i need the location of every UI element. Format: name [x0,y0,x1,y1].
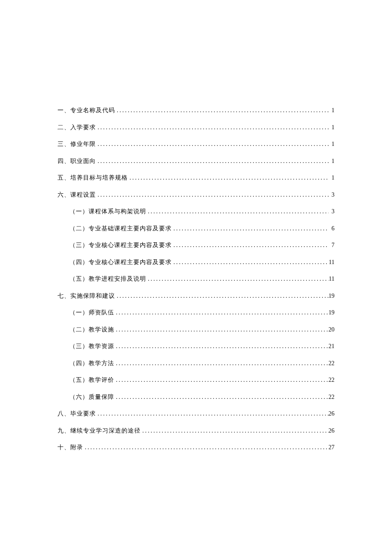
toc-entry: （五）教学进程安排及说明 11 [58,275,334,283]
toc-leader-dots [172,225,329,232]
toc-entry: 七、实施保障和建议 19 [58,292,334,300]
toc-entry: （四）教学方法 22 [58,360,334,367]
toc-leader-dots [96,192,329,198]
toc-label: （三）专业核心课程主要内容及要求 [69,241,172,249]
toc-page-number: 19 [329,309,334,316]
toc-page-number: 20 [329,326,334,333]
toc-label: 一、专业名称及代码 [58,107,115,114]
toc-leader-dots [115,107,329,114]
toc-leader-dots [114,377,329,384]
toc-page-number: 3 [329,208,334,215]
toc-entry: （二）教学设施 20 [58,326,334,334]
toc-page-number: 1 [329,158,334,165]
toc-leader-dots [141,427,329,434]
toc-page-number: 22 [329,360,334,367]
toc-leader-dots [83,444,329,451]
toc-page-number: 21 [329,343,334,350]
toc-entry: 五、培养目标与培养规格 1 [58,174,334,182]
toc-label: （一）课程体系与构架说明 [69,208,146,215]
toc-entry: 四、职业面向 1 [58,157,334,165]
toc-entry: （五）教学评价 22 [58,376,334,384]
table-of-contents: 一、专业名称及代码 1 二、入学要求 1 三、修业年限 1 四、职业面向 1 五… [58,107,334,451]
toc-entry: （一）师资队伍 19 [58,309,334,317]
toc-page-number: 1 [329,107,334,114]
toc-label: （三）教学资源 [69,343,114,350]
toc-leader-dots [96,158,329,165]
toc-page-number: 6 [329,225,334,232]
toc-entry: 九、继续专业学习深造的途径 26 [58,427,334,435]
toc-page-number: 27 [329,444,334,451]
toc-label: （六）质量保障 [69,393,114,401]
toc-entry: （一）课程体系与构架说明 3 [58,208,334,215]
toc-leader-dots [96,410,329,417]
toc-leader-dots [96,141,329,148]
toc-page-number: 19 [329,293,334,299]
toc-entry: （六）质量保障 22 [58,393,334,401]
toc-leader-dots [114,394,329,401]
toc-leader-dots [115,293,329,299]
toc-label: （五）教学进程安排及说明 [69,275,146,283]
toc-label: 二、入学要求 [58,124,96,131]
toc-label: （四）教学方法 [69,360,114,367]
toc-leader-dots [146,276,329,282]
toc-label: 七、实施保障和建议 [58,292,115,300]
toc-leader-dots [172,259,329,266]
toc-label: 四、职业面向 [58,157,96,165]
toc-label: 五、培养目标与培养规格 [58,174,128,182]
toc-entry: 十、附录 27 [58,444,334,451]
toc-leader-dots [114,343,329,350]
toc-entry: 六、课程设置 3 [58,191,334,199]
toc-label: 九、继续专业学习深造的途径 [58,427,141,435]
toc-leader-dots [114,360,329,367]
toc-label: （二）教学设施 [69,326,114,334]
toc-page-number: 1 [329,124,334,131]
toc-label: 十、附录 [58,444,83,451]
toc-page-number: 11 [329,259,334,266]
toc-entry: （二）专业基础课程主要内容及要求 6 [58,225,334,232]
toc-page-number: 22 [329,394,334,401]
toc-label: （四）专业核心课程主要内容及要求 [69,259,172,266]
toc-leader-dots [172,242,329,249]
toc-entry: （三）教学资源 21 [58,343,334,350]
toc-page-number: 3 [329,192,334,198]
toc-page-number: 7 [329,242,334,249]
toc-entry: （三）专业核心课程主要内容及要求 7 [58,241,334,249]
toc-leader-dots [96,124,329,131]
toc-page-number: 22 [329,377,334,384]
toc-entry: 二、入学要求 1 [58,124,334,131]
toc-page-number: 26 [329,410,334,417]
toc-entry: （四）专业核心课程主要内容及要求 11 [58,259,334,266]
toc-label: （二）专业基础课程主要内容及要求 [69,225,172,232]
toc-leader-dots [146,208,329,215]
toc-page-number: 26 [329,427,334,434]
toc-entry: 八、毕业要求 26 [58,410,334,418]
toc-page-number: 11 [329,276,334,282]
toc-leader-dots [128,174,329,181]
toc-label: 六、课程设置 [58,191,96,199]
toc-leader-dots [114,326,329,333]
toc-page-number: 1 [329,174,334,181]
toc-label: 八、毕业要求 [58,410,96,418]
toc-label: （一）师资队伍 [69,309,114,317]
toc-label: 三、修业年限 [58,140,96,148]
toc-page-number: 1 [329,141,334,148]
document-page: 一、专业名称及代码 1 二、入学要求 1 三、修业年限 1 四、职业面向 1 五… [0,0,392,451]
toc-entry: 三、修业年限 1 [58,140,334,148]
toc-leader-dots [114,309,329,316]
toc-label: （五）教学评价 [69,376,114,384]
toc-entry: 一、专业名称及代码 1 [58,107,334,114]
